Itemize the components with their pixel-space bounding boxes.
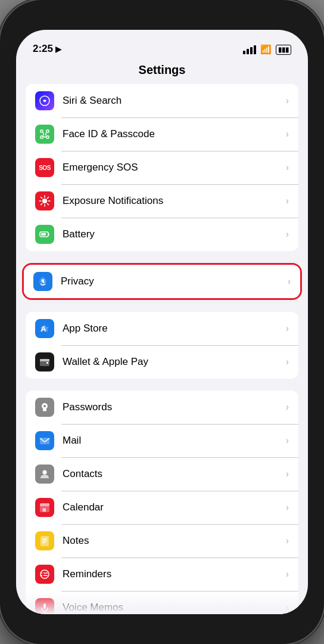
- location-icon: ▶: [55, 45, 61, 54]
- svg-rect-4: [46, 136, 49, 138]
- svg-rect-19: [40, 359, 49, 361]
- svg-rect-15: [41, 233, 46, 236]
- status-bar: 2:25 ▶ 📶 ▮▮▮: [16, 30, 308, 58]
- phone-frame: 2:25 ▶ 📶 ▮▮▮ Settings: [0, 0, 324, 644]
- settings-row-faceid[interactable]: Face ID & Passcode ›: [26, 117, 298, 151]
- svg-rect-20: [46, 362, 48, 364]
- privacy-highlighted-section: Privacy ›: [22, 263, 302, 300]
- settings-row-contacts[interactable]: Contacts ›: [26, 457, 298, 491]
- settings-row-battery[interactable]: Battery ›: [26, 218, 298, 251]
- svg-rect-22: [40, 438, 49, 444]
- mail-chevron: ›: [286, 435, 289, 446]
- page-title: Settings: [16, 58, 308, 84]
- voicememos-icon: [35, 598, 54, 614]
- settings-row-privacy[interactable]: Privacy ›: [24, 265, 300, 298]
- settings-row-voicememos[interactable]: Voice Memos ›: [26, 591, 298, 614]
- wallet-label: Wallet & Apple Pay: [63, 356, 286, 368]
- appstore-label: App Store: [63, 323, 286, 335]
- sos-chevron: ›: [286, 162, 289, 173]
- section-store: A App Store › Wallet & Apple Pay: [26, 312, 298, 379]
- contacts-icon: [35, 465, 54, 484]
- passwords-chevron: ›: [286, 402, 289, 413]
- svg-rect-25: [40, 503, 49, 506]
- reminders-icon: [35, 565, 54, 584]
- notes-icon: [35, 531, 54, 550]
- settings-row-sos[interactable]: SOS Emergency SOS ›: [26, 151, 298, 184]
- siri-chevron: ›: [286, 95, 289, 106]
- svg-rect-1: [40, 130, 43, 132]
- svg-line-10: [41, 197, 42, 199]
- status-time: 2:25 ▶: [33, 43, 61, 55]
- exposure-label: Exposure Notifications: [63, 195, 286, 207]
- battery-label: Battery: [63, 228, 286, 240]
- contacts-chevron: ›: [286, 469, 289, 479]
- voicememos-chevron: ›: [286, 602, 289, 613]
- settings-row-reminders[interactable]: Reminders ›: [26, 558, 298, 591]
- svg-point-31: [40, 570, 49, 578]
- wallet-chevron: ›: [286, 357, 289, 367]
- section-system: Siri & Search › Face ID: [26, 84, 298, 251]
- notch: [114, 0, 210, 19]
- svg-point-5: [42, 199, 47, 203]
- reminders-label: Reminders: [63, 568, 286, 580]
- settings-row-mail[interactable]: Mail ›: [26, 424, 298, 457]
- settings-row-wallet[interactable]: Wallet & Apple Pay ›: [26, 345, 298, 379]
- svg-line-12: [47, 197, 48, 199]
- appstore-chevron: ›: [286, 323, 289, 334]
- siri-label: Siri & Search: [63, 95, 286, 107]
- sos-label: Emergency SOS: [63, 162, 286, 174]
- time-display: 2:25: [33, 43, 53, 55]
- settings-row-siri[interactable]: Siri & Search ›: [26, 84, 298, 117]
- settings-content[interactable]: Siri & Search › Face ID: [16, 84, 308, 614]
- battery-chevron: ›: [286, 229, 289, 240]
- mail-label: Mail: [63, 435, 286, 447]
- notes-chevron: ›: [286, 535, 289, 546]
- exposure-icon: [35, 191, 54, 210]
- contacts-label: Contacts: [63, 468, 286, 480]
- passwords-icon: [35, 398, 54, 417]
- exposure-chevron: ›: [286, 196, 289, 206]
- svg-rect-2: [46, 130, 49, 132]
- sos-icon: SOS: [35, 158, 54, 177]
- settings-row-calendar[interactable]: ▦ Calendar ›: [26, 491, 298, 524]
- calendar-label: Calendar: [63, 501, 286, 513]
- status-icons: 📶 ▮▮▮: [243, 44, 291, 55]
- svg-text:A: A: [40, 324, 46, 333]
- battery-row-icon: [35, 225, 54, 244]
- calendar-chevron: ›: [286, 502, 289, 513]
- appstore-icon: A: [35, 319, 54, 338]
- reminders-chevron: ›: [286, 569, 289, 580]
- battery-icon: ▮▮▮: [276, 45, 291, 55]
- privacy-label: Privacy: [61, 275, 288, 287]
- svg-point-21: [43, 405, 46, 407]
- screen: 2:25 ▶ 📶 ▮▮▮ Settings: [16, 30, 308, 614]
- settings-row-exposure[interactable]: Exposure Notifications ›: [26, 184, 298, 218]
- wifi-icon: 📶: [260, 44, 272, 55]
- passwords-label: Passwords: [63, 401, 286, 413]
- settings-row-passwords[interactable]: Passwords ›: [26, 391, 298, 424]
- privacy-icon: [33, 272, 52, 291]
- signal-icon: [243, 45, 256, 54]
- svg-point-23: [43, 470, 47, 475]
- svg-rect-3: [40, 136, 43, 138]
- mail-icon: [35, 431, 54, 450]
- faceid-label: Face ID & Passcode: [63, 128, 286, 140]
- settings-row-appstore[interactable]: A App Store ›: [26, 312, 298, 345]
- faceid-icon: [35, 125, 54, 144]
- svg-point-16: [42, 279, 44, 281]
- siri-icon: [35, 91, 54, 110]
- section-apps: Passwords › Mail ›: [26, 391, 298, 614]
- voicememos-label: Voice Memos: [63, 602, 286, 614]
- svg-line-11: [47, 203, 48, 205]
- svg-line-13: [41, 203, 42, 205]
- calendar-icon: ▦: [35, 498, 54, 517]
- faceid-chevron: ›: [286, 129, 289, 140]
- privacy-chevron: ›: [288, 276, 291, 287]
- notes-label: Notes: [63, 535, 286, 547]
- svg-point-32: [41, 572, 42, 574]
- wallet-icon: [35, 352, 54, 371]
- svg-rect-36: [43, 603, 46, 609]
- svg-point-33: [41, 575, 42, 576]
- settings-row-notes[interactable]: Notes ›: [26, 524, 298, 558]
- svg-text:▦: ▦: [42, 507, 46, 512]
